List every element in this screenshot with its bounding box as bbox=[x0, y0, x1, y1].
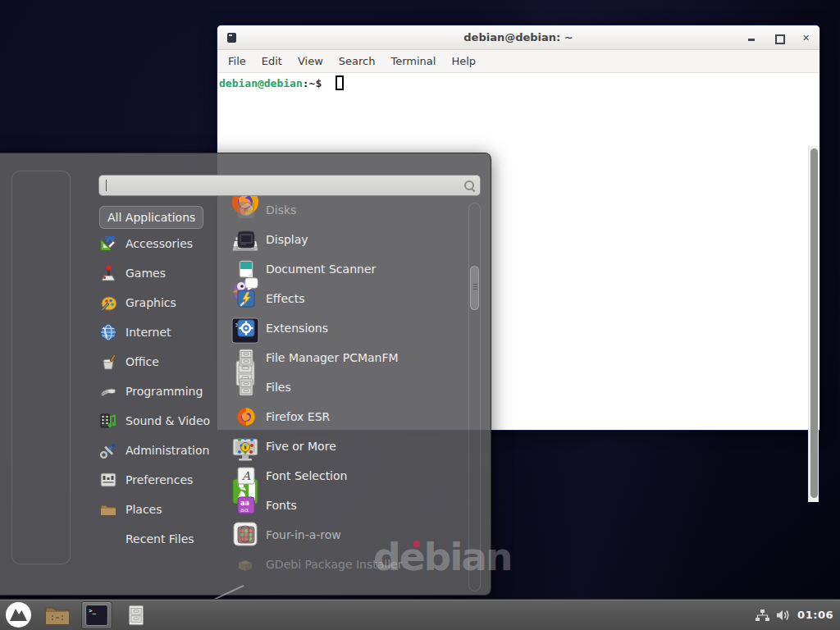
prompt-user-host: debian@debian bbox=[219, 77, 303, 89]
category-all-applications[interactable]: All Applications bbox=[99, 206, 203, 229]
effects-icon bbox=[236, 289, 256, 308]
app-label: File Manager PCManFM bbox=[266, 351, 399, 364]
category-label: Games bbox=[126, 267, 166, 280]
programming-icon bbox=[99, 382, 117, 400]
category-places[interactable]: Places bbox=[99, 497, 222, 522]
category-office[interactable]: Office bbox=[99, 349, 222, 374]
application-menu: debian > bbox=[0, 153, 491, 596]
sound-video-icon bbox=[99, 412, 117, 430]
app-files[interactable]: Files bbox=[236, 375, 458, 399]
menu-search-box[interactable] bbox=[98, 175, 481, 196]
menu-view[interactable]: View bbox=[298, 55, 323, 67]
menu-edit[interactable]: Edit bbox=[262, 55, 282, 67]
app-disks[interactable]: Disks bbox=[236, 198, 458, 222]
app-label: Document Scanner bbox=[266, 262, 376, 276]
app-gdebi-package-installer[interactable]: GDebi Package Installer bbox=[236, 552, 458, 577]
app-file-manager-pcmanfm[interactable]: File Manager PCManFM bbox=[236, 345, 458, 370]
administration-icon bbox=[99, 441, 117, 459]
category-label: Accessories bbox=[126, 237, 193, 250]
app-document-scanner[interactable]: Document Scanner bbox=[236, 257, 458, 281]
office-icon bbox=[99, 353, 117, 371]
search-icon bbox=[463, 180, 475, 191]
font-a-glyph: A bbox=[241, 469, 251, 482]
preferences-icon bbox=[99, 471, 117, 489]
network-icon[interactable] bbox=[756, 609, 769, 622]
fonts-icon: aa aα bbox=[236, 495, 256, 515]
search-input[interactable] bbox=[107, 180, 463, 192]
app-display[interactable]: Display bbox=[236, 227, 458, 252]
app-list-scrollbar-thumb[interactable] bbox=[470, 266, 479, 310]
app-effects[interactable]: Effects bbox=[236, 286, 458, 311]
accessories-icon bbox=[99, 235, 117, 253]
taskbar-clock[interactable]: 01:06 bbox=[797, 609, 833, 621]
app-extensions[interactable]: Extensions bbox=[236, 316, 458, 340]
terminal-cursor bbox=[336, 75, 344, 90]
volume-icon[interactable] bbox=[776, 609, 791, 622]
font-selection-icon: A bbox=[236, 466, 256, 486]
terminal-titlebar[interactable]: debian@debian: ~ ✕ bbox=[217, 25, 819, 50]
menu-terminal[interactable]: Terminal bbox=[390, 55, 436, 67]
category-internet[interactable]: Internet bbox=[99, 320, 222, 345]
terminal-scrollbar-thumb[interactable] bbox=[810, 148, 818, 498]
terminal-title: debian@debian: ~ bbox=[217, 31, 819, 43]
file-cabinet-icon bbox=[236, 348, 256, 368]
app-label: Fonts bbox=[266, 499, 297, 512]
category-label: Sound & Video bbox=[126, 414, 210, 427]
launcher-files-folder[interactable] bbox=[42, 601, 73, 629]
category-accessories[interactable]: Accessories bbox=[99, 231, 222, 256]
taskbar: >_ 01:06 bbox=[0, 599, 840, 630]
category-recent-files[interactable]: Recent Files bbox=[99, 527, 222, 551]
app-five-or-more[interactable]: Five or More bbox=[236, 434, 458, 459]
app-label: Four-in-a-row bbox=[266, 528, 341, 541]
category-graphics[interactable]: Graphics bbox=[99, 290, 222, 315]
app-label: GDebi Package Installer bbox=[266, 558, 402, 571]
category-programming[interactable]: Programming bbox=[99, 379, 222, 404]
document-scanner-icon bbox=[236, 259, 256, 279]
menu-button[interactable] bbox=[2, 601, 34, 629]
category-administration[interactable]: Administration bbox=[99, 438, 222, 463]
terminal-window-icon bbox=[227, 33, 236, 43]
task-button-terminal[interactable]: >_ bbox=[81, 601, 112, 629]
category-preferences[interactable]: Preferences bbox=[99, 468, 222, 492]
graphics-icon bbox=[99, 294, 117, 312]
category-label: Preferences bbox=[126, 473, 193, 486]
launcher-file-cabinet[interactable] bbox=[121, 601, 152, 629]
svg-text:aα: aα bbox=[240, 506, 249, 514]
category-label: Recent Files bbox=[126, 532, 194, 546]
menu-file[interactable]: File bbox=[228, 55, 246, 67]
category-label: Internet bbox=[126, 326, 171, 339]
menu-help[interactable]: Help bbox=[451, 55, 476, 67]
app-label: Files bbox=[266, 381, 291, 394]
app-four-in-a-row[interactable]: Four-in-a-row bbox=[236, 523, 458, 547]
category-label: Administration bbox=[126, 444, 209, 457]
category-sound-video[interactable]: Sound & Video bbox=[99, 409, 222, 433]
file-cabinet-icon bbox=[125, 603, 148, 628]
app-label: Disks bbox=[266, 203, 296, 217]
terminal-scrollbar[interactable] bbox=[808, 146, 819, 502]
games-icon bbox=[99, 264, 117, 282]
app-font-selection[interactable]: A Font Selection bbox=[236, 463, 458, 488]
favorites-column bbox=[11, 171, 71, 564]
close-icon[interactable]: ✕ bbox=[801, 33, 811, 43]
menu-logo-icon bbox=[5, 601, 32, 628]
app-label: Extensions bbox=[266, 322, 328, 335]
app-label: Effects bbox=[266, 292, 305, 305]
prompt-suffix: :~$ bbox=[303, 77, 322, 89]
category-games[interactable]: Games bbox=[99, 261, 222, 285]
firefox-icon bbox=[236, 407, 256, 427]
minimize-icon[interactable] bbox=[746, 33, 757, 43]
four-in-a-row-icon bbox=[236, 525, 256, 545]
places-icon bbox=[99, 500, 117, 518]
terminal-glyph: >_ bbox=[89, 606, 97, 614]
app-firefox-esr[interactable]: Firefox ESR bbox=[236, 404, 458, 429]
disks-icon bbox=[236, 200, 256, 220]
gdebi-icon bbox=[236, 555, 256, 574]
app-label: Firefox ESR bbox=[266, 410, 330, 423]
five-or-more-icon bbox=[236, 436, 256, 456]
app-fonts[interactable]: aa aα Fonts bbox=[236, 493, 458, 518]
menu-search[interactable]: Search bbox=[339, 55, 376, 67]
category-label: Graphics bbox=[126, 296, 176, 309]
folder-icon bbox=[44, 604, 71, 627]
app-list-scrollbar[interactable] bbox=[468, 203, 481, 591]
maximize-icon[interactable] bbox=[774, 33, 784, 43]
